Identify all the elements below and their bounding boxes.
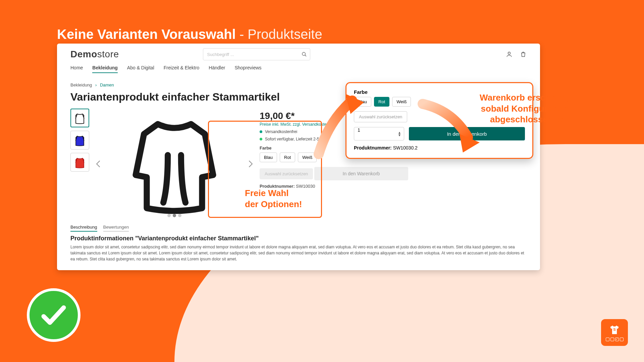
product-tab[interactable]: Bewertungen <box>103 225 129 232</box>
shipping-free-label: Versandkostenfrei <box>265 129 297 134</box>
svg-line-1 <box>305 55 306 56</box>
account-icon[interactable] <box>506 51 513 58</box>
search-icon <box>302 52 307 57</box>
nav-item[interactable]: Abo & Digital <box>127 65 154 73</box>
product-gallery <box>97 109 252 219</box>
cart-icon[interactable] <box>520 51 527 58</box>
shirt-icon: S <box>609 324 620 336</box>
nav-item[interactable]: Bekleidung <box>92 65 117 73</box>
nav-item[interactable]: Händler <box>209 65 225 73</box>
gallery-prev-icon[interactable] <box>94 159 103 169</box>
slide-title-bold: Keine Varianten Vorauswahl <box>57 27 236 42</box>
svg-point-2 <box>508 52 511 54</box>
product-tabs: BeschreibungBewertungen <box>70 225 527 232</box>
main-nav: HomeBekleidungAbo & DigitalFreizeit & El… <box>70 65 527 73</box>
chevron-updown-icon: ▴▾ <box>398 131 400 136</box>
status-bullet-icon <box>260 138 262 140</box>
nav-item[interactable]: Freizeit & Elektro <box>164 65 200 73</box>
product-image <box>119 109 230 219</box>
product-tab[interactable]: Beschreibung <box>70 225 97 232</box>
svg-point-0 <box>302 52 305 55</box>
nav-item[interactable]: Home <box>70 65 83 73</box>
popup-color-option-button[interactable]: Rot <box>374 97 389 107</box>
success-check-badge <box>27 288 80 342</box>
popup-color-option-button[interactable]: Weiß <box>392 97 411 107</box>
reset-selection-button[interactable]: Auswahl zurücksetzen <box>260 168 313 179</box>
add-to-cart-button[interactable]: In den Warenkorb <box>314 167 408 180</box>
store-logo[interactable]: Demostore <box>70 49 119 60</box>
color-option-button[interactable]: Rot <box>280 153 295 162</box>
search-field-wrap <box>203 48 310 60</box>
thumbnail[interactable] <box>70 153 89 172</box>
svg-text:S: S <box>613 327 616 331</box>
slide-title-sub: - Produktseite <box>236 27 322 42</box>
thumbnail-list <box>70 109 89 219</box>
arrow-left-icon <box>305 87 366 161</box>
breadcrumb-current[interactable]: Damen <box>100 82 114 87</box>
breadcrumb-parent[interactable]: Bekleidung <box>70 82 92 87</box>
status-bullet-icon <box>260 130 262 133</box>
brand-boxes-icon <box>606 338 624 341</box>
annotation-right: Warenkorb erscheint,sobald Konfiguration… <box>458 92 569 125</box>
annotation-left: Freie Wahlder Optionen! <box>245 188 302 209</box>
gallery-dots <box>167 214 181 217</box>
search-input[interactable] <box>203 48 310 60</box>
thumbnail[interactable] <box>70 109 89 127</box>
slide-title: Keine Varianten Vorauswahl - Produktseit… <box>57 27 322 42</box>
product-info-title: Produktinformationen "Variantenprodukt e… <box>70 235 527 242</box>
chevron-right-icon: › <box>95 82 97 87</box>
product-info-text: Lorem ipsum dolor sit amet, consetetur s… <box>70 244 527 262</box>
store-header: Demostore <box>70 48 527 60</box>
gallery-next-icon[interactable] <box>246 159 255 169</box>
nav-item[interactable]: Shopreviews <box>234 65 261 73</box>
brand-badge: S <box>601 319 628 346</box>
thumbnail[interactable] <box>70 131 89 149</box>
color-option-button[interactable]: Blau <box>260 153 277 162</box>
